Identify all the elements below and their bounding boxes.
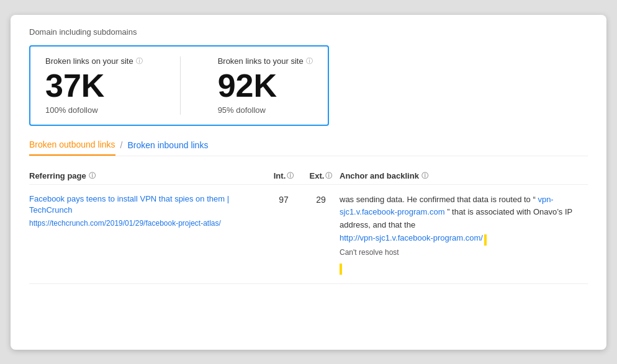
page-title-link[interactable]: Facebook pays teens to install VPN that … xyxy=(29,193,265,216)
tab-broken-inbound[interactable]: Broken inbound links xyxy=(127,140,208,155)
col-header-ext: Ext. ⓘ xyxy=(302,171,340,180)
cell-int: 97 xyxy=(265,193,302,205)
page-header-info-icon[interactable]: ⓘ xyxy=(89,171,96,180)
yellow-bar-icon xyxy=(484,234,487,246)
page-url-link[interactable]: https://techcrunch.com/2019/01/29/facebo… xyxy=(29,218,265,229)
table-header: Referring page ⓘ Int. ⓘ Ext. ⓘ Anchor an… xyxy=(29,167,588,185)
metrics-divider xyxy=(180,56,181,115)
metric-right-value: 92K xyxy=(218,69,313,102)
yellow-indicator xyxy=(340,264,342,275)
cell-ext: 29 xyxy=(302,193,340,205)
tab-separator: / xyxy=(120,140,123,155)
anchor-url-link[interactable]: http://vpn-sjc1.v.facebook-program.com/ xyxy=(340,232,483,245)
domain-label: Domain including subdomains xyxy=(29,27,588,37)
cell-page: Facebook pays teens to install VPN that … xyxy=(29,193,265,231)
anchor-text-before: was sending data. He confirmed that data… xyxy=(340,195,538,204)
cant-resolve-text: Can't resolve host xyxy=(340,247,588,259)
anchor-url-line: http://vpn-sjc1.v.facebook-program.com/ xyxy=(340,232,588,246)
tabs-container: Broken outbound links / Broken inbound l… xyxy=(29,140,588,156)
table-row: Facebook pays teens to install VPN that … xyxy=(29,185,588,285)
ext-header-info-icon[interactable]: ⓘ xyxy=(325,171,332,180)
metric-right: Broken links to your site ⓘ 92K 95% dofo… xyxy=(218,56,313,115)
col-header-anchor: Anchor and backlink ⓘ xyxy=(340,171,588,180)
metric-right-info-icon[interactable]: ⓘ xyxy=(306,56,313,66)
main-card: Domain including subdomains Broken links… xyxy=(11,15,606,350)
metric-left-sub: 100% dofollow xyxy=(45,105,143,115)
metric-left: Broken links on your site ⓘ 37K 100% dof… xyxy=(45,56,143,115)
metric-left-value: 37K xyxy=(45,69,143,102)
col-header-page: Referring page ⓘ xyxy=(29,171,265,180)
metric-left-title: Broken links on your site ⓘ xyxy=(45,56,143,66)
metrics-box: Broken links on your site ⓘ 37K 100% dof… xyxy=(29,45,329,126)
int-header-info-icon[interactable]: ⓘ xyxy=(287,171,294,180)
anchor-header-info-icon[interactable]: ⓘ xyxy=(421,171,428,180)
metric-right-sub: 95% dofollow xyxy=(218,105,313,115)
cell-anchor: was sending data. He confirmed that data… xyxy=(340,193,588,275)
metric-right-title: Broken links to your site ⓘ xyxy=(218,56,313,66)
metric-left-info-icon[interactable]: ⓘ xyxy=(136,56,143,66)
tab-broken-outbound[interactable]: Broken outbound links xyxy=(29,140,115,156)
col-header-int: Int. ⓘ xyxy=(265,171,302,180)
